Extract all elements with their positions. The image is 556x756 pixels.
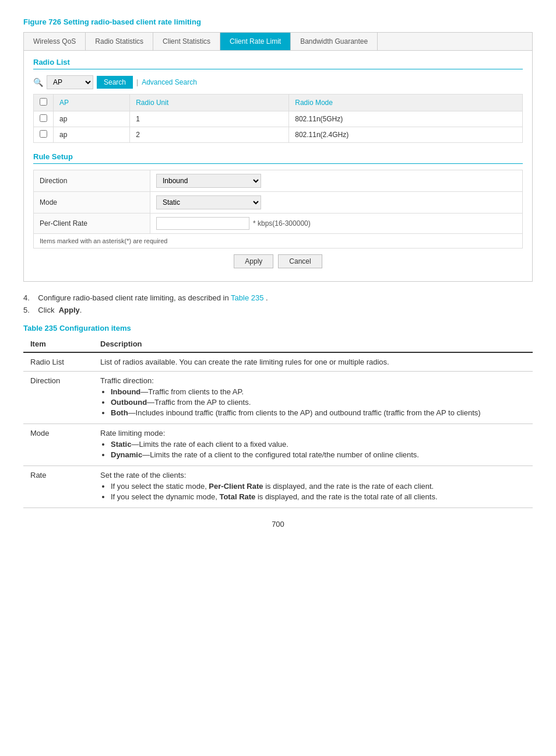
tab-wireless-qos[interactable]: Wireless QoS (24, 33, 86, 50)
config-desc-direction: Traffic direction: Inbound—Traffic from … (93, 372, 533, 424)
row-radio-mode-2: 802.11n(2.4GHz) (289, 127, 523, 143)
config-table: Item Description Radio List List of radi… (23, 336, 533, 508)
config-item-radiolist: Radio List (23, 352, 93, 372)
search-icon: 🔍 (33, 78, 43, 87)
button-row: Apply Cancel (33, 249, 523, 274)
col-radio-unit: Radio Unit (130, 94, 289, 111)
direction-select[interactable]: Inbound Outbound Both (156, 174, 261, 188)
mode-row: Mode Static Dynamic (34, 192, 523, 214)
advanced-search-link[interactable]: Advanced Search (142, 78, 197, 86)
table235-link[interactable]: Table 235 (231, 293, 263, 302)
kbps-label: * kbps(16-300000) (253, 219, 311, 228)
direction-label: Direction (34, 170, 150, 192)
step-4-period: . (266, 293, 268, 302)
tab-radio-statistics[interactable]: Radio Statistics (86, 33, 153, 50)
apply-button[interactable]: Apply (234, 254, 273, 268)
rule-form-table: Direction Inbound Outbound Both Mode (33, 170, 523, 234)
per-client-rate-input[interactable] (156, 217, 249, 230)
search-button[interactable]: Search (97, 76, 133, 89)
step-5-period: . (80, 306, 82, 314)
panel-body: Radio List 🔍 AP Search | Advanced Search… (24, 51, 532, 281)
step-5-number: 5. (23, 306, 30, 314)
tab-bandwidth-guarantee[interactable]: Bandwidth Guarantee (291, 33, 378, 50)
config-item-direction: Direction (23, 372, 93, 424)
mode-select[interactable]: Static Dynamic (156, 195, 261, 209)
figure-title: Figure 726 Setting radio-based client ra… (23, 18, 533, 26)
table-row: ap 2 802.11n(2.4GHz) (34, 127, 523, 143)
config-item-mode: Mode (23, 424, 93, 466)
page-number: 700 (23, 520, 533, 528)
step-4-text: Configure radio-based client rate limiti… (38, 293, 228, 302)
step-4-number: 4. (23, 293, 30, 302)
config-col-description: Description (93, 336, 533, 352)
row-radio-unit-1: 1 (130, 111, 289, 127)
step-5-bold: Apply (59, 306, 80, 314)
row-radio-unit-2: 2 (130, 127, 289, 143)
ui-panel: Wireless QoS Radio Statistics Client Sta… (23, 32, 533, 282)
step-5: 5. Click Apply. (23, 306, 533, 314)
required-note: Items marked with an asterisk(*) are req… (33, 234, 523, 249)
row-radio-mode-1: 802.11n(5GHz) (289, 111, 523, 127)
per-client-rate-label: Per-Client Rate (34, 214, 150, 234)
config-row-direction: Direction Traffic direction: Inbound—Tra… (23, 372, 533, 424)
config-row-radiolist: Radio List List of radios available. You… (23, 352, 533, 372)
select-all-checkbox[interactable] (40, 98, 47, 106)
config-col-item: Item (23, 336, 93, 352)
tab-client-rate-limit[interactable]: Client Rate Limit (220, 33, 291, 50)
config-row-rate: Rate Set the rate of the clients: If you… (23, 466, 533, 508)
row-ap-1: ap (54, 111, 130, 127)
row-ap-2: ap (54, 127, 130, 143)
row-checkbox-1[interactable] (40, 114, 47, 122)
col-checkbox (34, 94, 54, 111)
config-desc-mode: Rate limiting mode: Static—Limits the ra… (93, 424, 533, 466)
radio-list-table: AP Radio Unit Radio Mode ap 1 802.11n(5G… (33, 94, 523, 143)
tab-client-statistics[interactable]: Client Statistics (153, 33, 220, 50)
config-row-mode: Mode Rate limiting mode: Static—Limits t… (23, 424, 533, 466)
search-select[interactable]: AP (47, 75, 93, 89)
tab-bar: Wireless QoS Radio Statistics Client Sta… (24, 33, 532, 51)
table235-title: Table 235 Configuration items (23, 324, 533, 332)
config-desc-rate: Set the rate of the clients: If you sele… (93, 466, 533, 508)
step-5-text: Click (38, 306, 54, 314)
step-4: 4. Configure radio-based client rate lim… (23, 293, 533, 302)
col-ap: AP (54, 94, 130, 111)
divider: | (136, 78, 138, 86)
radio-list-label: Radio List (33, 58, 523, 69)
rule-setup-label: Rule Setup (33, 152, 523, 164)
direction-row: Direction Inbound Outbound Both (34, 170, 523, 192)
config-desc-radiolist: List of radios available. You can create… (93, 352, 533, 372)
col-radio-mode: Radio Mode (289, 94, 523, 111)
table-row: ap 1 802.11n(5GHz) (34, 111, 523, 127)
cancel-button[interactable]: Cancel (278, 254, 322, 268)
mode-label: Mode (34, 192, 150, 214)
search-row: 🔍 AP Search | Advanced Search (33, 75, 523, 89)
config-item-rate: Rate (23, 466, 93, 508)
per-client-rate-row: Per-Client Rate * kbps(16-300000) (34, 214, 523, 234)
row-checkbox-2[interactable] (40, 130, 47, 138)
rule-setup-section: Rule Setup Direction Inbound Outbound Bo… (33, 152, 523, 274)
